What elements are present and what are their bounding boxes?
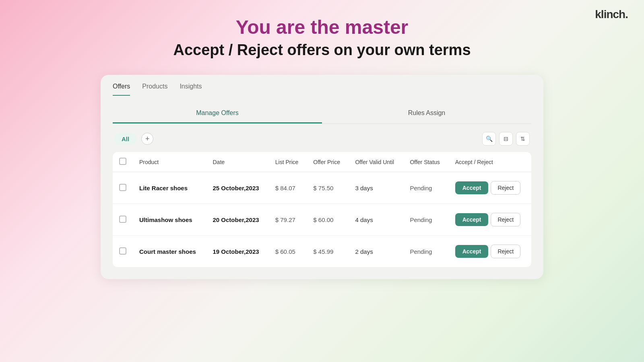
row-actions-1: Accept Reject bbox=[449, 204, 531, 236]
valid-until-value-1: 4 days bbox=[355, 216, 373, 223]
filter-icon: ⊟ bbox=[504, 136, 508, 142]
col-list-price: List Price bbox=[269, 152, 307, 172]
toolbar: All + 🔍 ⊟ ⇅ bbox=[113, 132, 531, 146]
offer-price-value-2: $ 45.99 bbox=[313, 248, 333, 255]
action-buttons-2: Accept Reject bbox=[455, 245, 525, 258]
list-price-value-1: $ 79.27 bbox=[275, 216, 295, 223]
col-status: Offer Status bbox=[403, 152, 448, 172]
accept-button-0[interactable]: Accept bbox=[455, 181, 489, 194]
row-status-2: Pending bbox=[403, 236, 448, 267]
row-checkbox-cell bbox=[113, 172, 133, 204]
row-offer-price-2: $ 45.99 bbox=[307, 236, 349, 267]
search-button[interactable]: 🔍 bbox=[482, 132, 496, 146]
toolbar-left: All + bbox=[114, 133, 153, 145]
date-value-1: 20 October,2023 bbox=[213, 216, 259, 223]
row-checkbox-cell bbox=[113, 204, 133, 236]
content-area: Manage Offers Rules Assign All + 🔍 ⊟ ⇅ bbox=[101, 96, 543, 279]
status-value-0: Pending bbox=[410, 185, 432, 191]
table-row: Lite Racer shoes 25 October,2023 $ 84.07… bbox=[113, 172, 531, 204]
row-checkbox-0[interactable] bbox=[119, 184, 126, 191]
col-accept-reject: Accept / Reject bbox=[449, 152, 531, 172]
valid-until-value-2: 2 days bbox=[355, 248, 373, 255]
row-checkbox-2[interactable] bbox=[119, 247, 126, 255]
offer-price-value-0: $ 75.50 bbox=[313, 185, 333, 191]
row-date-0: 25 October,2023 bbox=[206, 172, 269, 204]
sub-tab-rules-assign[interactable]: Rules Assign bbox=[322, 104, 531, 123]
row-product-1: Ultimashow shoes bbox=[133, 204, 206, 236]
row-date-2: 19 October,2023 bbox=[206, 236, 269, 267]
filter-button[interactable]: ⊟ bbox=[499, 132, 513, 146]
row-checkbox-1[interactable] bbox=[119, 216, 126, 223]
row-valid-until-0: 3 days bbox=[349, 172, 403, 204]
product-name-1: Ultimashow shoes bbox=[139, 216, 192, 223]
row-checkbox-cell bbox=[113, 236, 133, 267]
sort-button[interactable]: ⇅ bbox=[516, 132, 530, 146]
logo: klinch. bbox=[595, 8, 628, 21]
product-name-2: Court master shoes bbox=[139, 248, 196, 255]
reject-button-0[interactable]: Reject bbox=[491, 181, 520, 195]
row-actions-0: Accept Reject bbox=[449, 172, 531, 204]
row-status-0: Pending bbox=[403, 172, 448, 204]
search-icon: 🔍 bbox=[486, 136, 493, 142]
date-value-2: 19 October,2023 bbox=[213, 248, 259, 255]
logo-text: klinch. bbox=[595, 8, 628, 21]
row-actions-2: Accept Reject bbox=[449, 236, 531, 267]
sort-icon: ⇅ bbox=[520, 136, 525, 142]
status-value-2: Pending bbox=[410, 248, 432, 255]
valid-until-value-0: 3 days bbox=[355, 185, 373, 191]
row-list-price-0: $ 84.07 bbox=[269, 172, 307, 204]
hero-title: You are the master bbox=[236, 16, 409, 38]
row-offer-price-0: $ 75.50 bbox=[307, 172, 349, 204]
sub-tab-manage-offers[interactable]: Manage Offers bbox=[113, 104, 322, 123]
col-date: Date bbox=[206, 152, 269, 172]
tab-offers[interactable]: Offers bbox=[113, 83, 130, 96]
row-date-1: 20 October,2023 bbox=[206, 204, 269, 236]
product-name-0: Lite Racer shoes bbox=[139, 185, 188, 191]
row-valid-until-2: 2 days bbox=[349, 236, 403, 267]
row-product-0: Lite Racer shoes bbox=[133, 172, 206, 204]
reject-button-1[interactable]: Reject bbox=[491, 213, 520, 226]
row-offer-price-1: $ 60.00 bbox=[307, 204, 349, 236]
all-filter-badge[interactable]: All bbox=[114, 133, 136, 145]
col-product: Product bbox=[133, 152, 206, 172]
tab-products[interactable]: Products bbox=[142, 83, 167, 96]
offer-price-value-1: $ 60.00 bbox=[313, 216, 333, 223]
select-all-checkbox[interactable] bbox=[119, 158, 126, 165]
col-checkbox bbox=[113, 152, 133, 172]
action-buttons-1: Accept Reject bbox=[455, 213, 525, 226]
accept-button-1[interactable]: Accept bbox=[455, 213, 489, 226]
col-offer-price: Offer Price bbox=[307, 152, 349, 172]
date-value-0: 25 October,2023 bbox=[213, 185, 259, 191]
row-list-price-1: $ 79.27 bbox=[269, 204, 307, 236]
hero-subtitle: Accept / Reject offers on your own terms bbox=[173, 41, 471, 59]
table-row: Ultimashow shoes 20 October,2023 $ 79.27… bbox=[113, 204, 531, 236]
table-header-row: Product Date List Price Offer Price Offe… bbox=[113, 152, 531, 172]
list-price-value-0: $ 84.07 bbox=[275, 185, 295, 191]
row-status-1: Pending bbox=[403, 204, 448, 236]
toolbar-right: 🔍 ⊟ ⇅ bbox=[482, 132, 530, 146]
row-product-2: Court master shoes bbox=[133, 236, 206, 267]
main-card: Offers Products Insights Manage Offers R… bbox=[101, 75, 543, 279]
add-button[interactable]: + bbox=[141, 133, 153, 145]
status-value-1: Pending bbox=[410, 216, 432, 223]
row-list-price-2: $ 60.05 bbox=[269, 236, 307, 267]
nav-tabs: Offers Products Insights bbox=[101, 75, 543, 96]
col-valid-until: Offer Valid Until bbox=[349, 152, 403, 172]
row-valid-until-1: 4 days bbox=[349, 204, 403, 236]
tab-insights[interactable]: Insights bbox=[180, 83, 202, 96]
reject-button-2[interactable]: Reject bbox=[491, 245, 520, 258]
plus-icon: + bbox=[145, 135, 150, 143]
sub-tabs: Manage Offers Rules Assign bbox=[113, 104, 531, 124]
list-price-value-2: $ 60.05 bbox=[275, 248, 295, 255]
table-body: Lite Racer shoes 25 October,2023 $ 84.07… bbox=[113, 172, 531, 267]
table-row: Court master shoes 19 October,2023 $ 60.… bbox=[113, 236, 531, 267]
action-buttons-0: Accept Reject bbox=[455, 181, 525, 195]
offers-table: Product Date List Price Offer Price Offe… bbox=[113, 152, 531, 267]
accept-button-2[interactable]: Accept bbox=[455, 245, 489, 258]
